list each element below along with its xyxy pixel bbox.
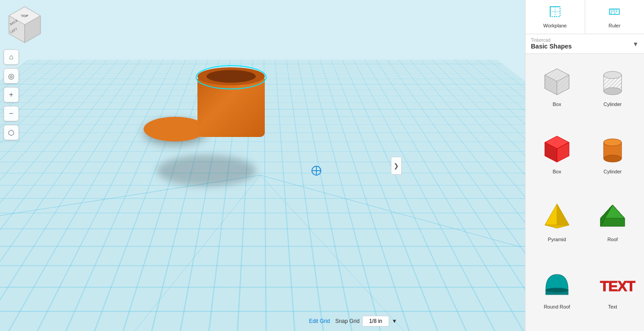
svg-point-38: [604, 139, 622, 146]
shape-round-roof-teal[interactable]: Round Roof: [529, 260, 585, 327]
orange-cylinder[interactable]: [197, 67, 265, 139]
shape-pyramid-yellow[interactable]: Pyramid: [529, 193, 585, 260]
collapse-panel-button[interactable]: ❯: [391, 157, 402, 175]
shape-cylinder-gray[interactable]: Cylinder: [585, 57, 640, 125]
svg-point-47: [546, 288, 568, 292]
workplane-icon: [549, 5, 561, 20]
svg-rect-20: [609, 9, 619, 14]
bottom-controls: Edit Grid Snap Grid ▼: [309, 316, 397, 327]
focus-icon: ◎: [8, 72, 14, 80]
shape-cylinder-orange-icon: [595, 130, 631, 166]
ruler-tool[interactable]: Ruler: [585, 0, 644, 34]
snap-grid-control: Snap Grid ▼: [335, 316, 397, 327]
svg-point-33: [604, 88, 622, 95]
workplane-label: Workplane: [543, 23, 567, 28]
chevron-right-icon: ❯: [394, 162, 399, 169]
zoom-in-button[interactable]: +: [4, 87, 19, 102]
orange-disk[interactable]: [144, 117, 206, 141]
focus-button[interactable]: ◎: [4, 68, 19, 84]
library-title: Basic Shapes: [531, 43, 572, 50]
shape-cylinder-orange-label: Cylinder: [604, 169, 622, 174]
zoom-out-button[interactable]: −: [4, 106, 19, 121]
cylinder-highlight: [195, 65, 267, 90]
svg-rect-15: [550, 7, 560, 17]
shape-text-red-icon: TEXT TEXT: [595, 265, 631, 301]
view-icon: ⬡: [8, 128, 14, 137]
grid-container: [0, 0, 525, 331]
edit-grid-button[interactable]: Edit Grid: [309, 318, 330, 324]
shape-box-gray-label: Box: [553, 102, 561, 107]
shape-roof-green-icon: [595, 198, 631, 234]
svg-point-39: [604, 155, 622, 162]
shape-text-red-label: Text: [608, 304, 617, 309]
shape-pyramid-yellow-label: Pyramid: [548, 237, 566, 242]
view-button[interactable]: ⬡: [4, 125, 19, 140]
right-panel: Workplane Ruler Tinkercad Basic Shapes ▼: [525, 0, 644, 331]
shape-box-red-label: Box: [553, 169, 561, 174]
shape-roof-green[interactable]: Roof: [585, 193, 640, 260]
left-toolbar: ⌂ ◎ + − ⬡: [0, 0, 22, 331]
shape-cylinder-orange[interactable]: Cylinder: [585, 125, 640, 192]
svg-marker-41: [557, 204, 569, 228]
shape-shadow: [157, 155, 256, 186]
shape-box-gray-icon: [539, 63, 575, 99]
snap-grid-label: Snap Grid: [335, 318, 359, 324]
shape-cylinder-gray-label: Cylinder: [604, 102, 622, 107]
ruler-icon: [608, 5, 621, 20]
svg-point-32: [604, 71, 622, 79]
shape-box-gray[interactable]: Box: [529, 57, 585, 125]
zoom-out-icon: −: [9, 110, 13, 118]
home-icon: ⌂: [9, 53, 13, 61]
shape-round-roof-teal-label: Round Roof: [544, 304, 570, 309]
svg-point-11: [196, 66, 266, 89]
canvas-area[interactable]: TOP LEFT BACK ⌂ ◎ + − ⬡: [0, 0, 525, 331]
shape-round-roof-teal-icon: [539, 265, 575, 301]
shape-roof-green-label: Roof: [607, 237, 618, 242]
ruler-label: Ruler: [609, 23, 620, 28]
library-brand: Tinkercad: [531, 38, 572, 43]
panel-top-tools: Workplane Ruler: [526, 0, 644, 34]
shape-box-red-icon: [539, 130, 575, 166]
shape-text-red[interactable]: TEXT TEXT Text: [585, 260, 640, 327]
library-header: Tinkercad Basic Shapes ▼: [526, 34, 644, 54]
svg-marker-42: [545, 225, 569, 228]
snap-dropdown-icon[interactable]: ▼: [392, 318, 397, 324]
library-dropdown-icon[interactable]: ▼: [632, 40, 639, 48]
shape-box-red[interactable]: Box: [529, 125, 585, 192]
home-button[interactable]: ⌂: [4, 49, 19, 65]
zoom-in-icon: +: [9, 91, 13, 99]
snap-grid-input[interactable]: [362, 316, 389, 327]
shape-pyramid-yellow-icon: [539, 198, 575, 234]
workplane-tool[interactable]: Workplane: [526, 0, 585, 34]
shape-cylinder-gray-icon: [595, 63, 631, 99]
shapes-grid: Box Cylinder: [526, 54, 644, 331]
svg-text:TEXT: TEXT: [600, 278, 635, 294]
